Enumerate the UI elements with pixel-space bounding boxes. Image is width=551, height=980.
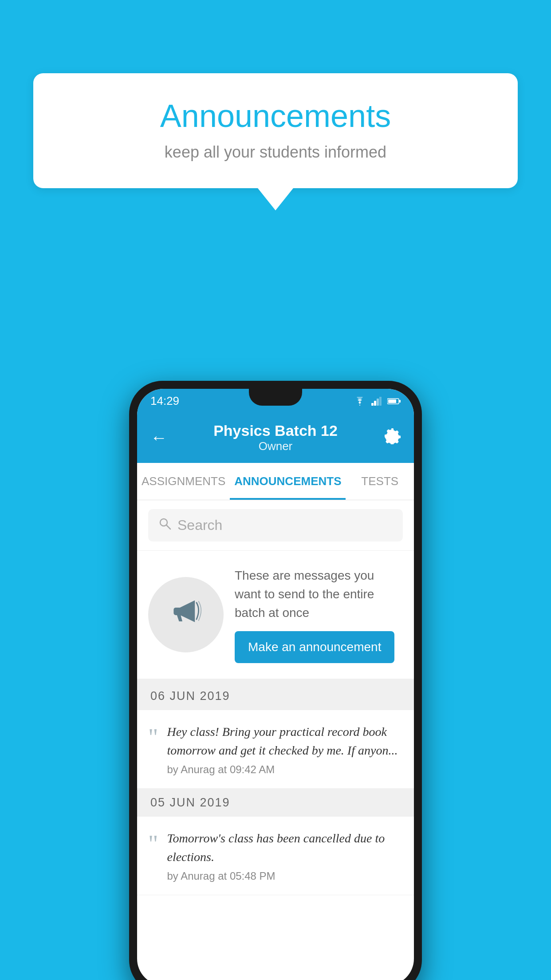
tabs-bar: ASSIGNMENTS ANNOUNCEMENTS TESTS (137, 463, 414, 500)
message-item-2[interactable]: " Tomorrow's class has been cancelled du… (137, 817, 414, 895)
date-label-1: 06 JUN 2019 (150, 689, 230, 703)
speech-bubble: Announcements keep all your students inf… (33, 73, 518, 188)
bubble-tail (258, 188, 293, 210)
svg-rect-3 (379, 397, 382, 406)
app-header: ← Physics Batch 12 Owner (137, 413, 414, 463)
make-announcement-button[interactable]: Make an announcement (235, 631, 394, 663)
search-bar[interactable]: Search (148, 509, 403, 541)
battery-icon (387, 398, 401, 405)
message-text-2: Tomorrow's class has been cancelled due … (167, 829, 401, 866)
message-author-1: by Anurag at 09:42 AM (167, 763, 401, 776)
search-icon (159, 517, 171, 533)
svg-rect-1 (374, 401, 376, 406)
tab-assignments[interactable]: ASSIGNMENTS (137, 463, 230, 500)
settings-icon[interactable] (384, 427, 401, 448)
batch-title: Physics Batch 12 (213, 422, 338, 439)
prompt-text: These are messages you want to send to t… (235, 566, 403, 622)
signal-icon (371, 397, 382, 406)
svg-rect-2 (377, 399, 379, 406)
message-text-1: Hey class! Bring your practical record b… (167, 723, 401, 760)
message-item-1[interactable]: " Hey class! Bring your practical record… (137, 710, 414, 789)
status-icons (354, 397, 401, 406)
status-time: 14:29 (150, 394, 179, 408)
svg-rect-6 (399, 400, 401, 403)
quote-icon-1: " (148, 725, 158, 749)
back-button[interactable]: ← (150, 429, 167, 446)
search-placeholder: Search (177, 517, 222, 533)
date-section-1: 06 JUN 2019 (137, 682, 414, 710)
header-title-area: Physics Batch 12 Owner (213, 422, 338, 453)
date-section-2: 05 JUN 2019 (137, 789, 414, 817)
megaphone-circle (148, 577, 224, 652)
wifi-icon (354, 397, 366, 406)
svg-rect-5 (388, 399, 396, 403)
search-container: Search (137, 500, 414, 551)
announcement-prompt: These are messages you want to send to t… (137, 551, 414, 682)
phone-frame: 14:29 (129, 381, 422, 980)
date-label-2: 05 JUN 2019 (150, 796, 230, 809)
status-bar: 14:29 (137, 389, 414, 413)
tab-announcements[interactable]: ANNOUNCEMENTS (230, 463, 346, 500)
speech-bubble-section: Announcements keep all your students inf… (33, 73, 518, 210)
phone-screen: 14:29 (137, 389, 414, 980)
prompt-right: These are messages you want to send to t… (235, 566, 403, 663)
svg-rect-0 (371, 403, 374, 406)
message-content-1: Hey class! Bring your practical record b… (167, 723, 401, 776)
tab-tests[interactable]: TESTS (346, 463, 414, 500)
bubble-subtitle: keep all your students informed (60, 143, 491, 162)
message-author-2: by Anurag at 05:48 PM (167, 870, 401, 882)
svg-line-8 (166, 525, 170, 529)
message-content-2: Tomorrow's class has been cancelled due … (167, 829, 401, 882)
bubble-title: Announcements (60, 98, 491, 134)
quote-icon-2: " (148, 831, 158, 856)
notch (249, 389, 302, 406)
batch-role: Owner (213, 439, 338, 453)
megaphone-icon (169, 594, 203, 635)
